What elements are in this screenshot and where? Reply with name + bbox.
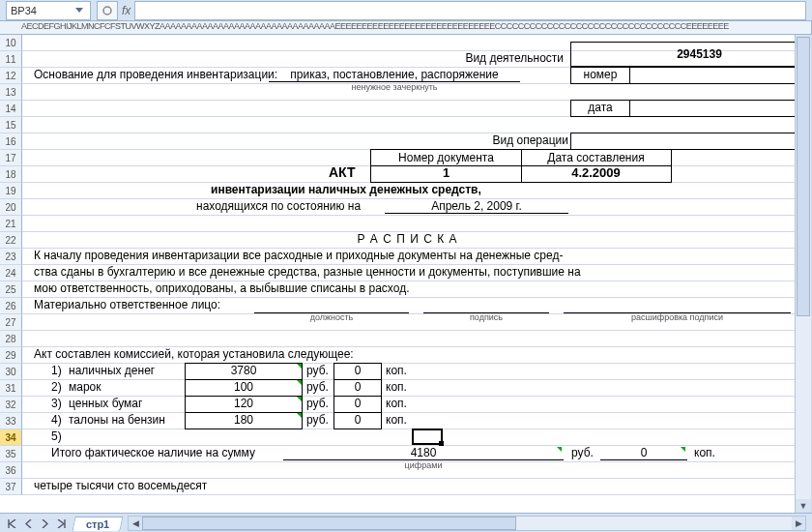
row-header[interactable]: 29 <box>0 347 22 364</box>
row-header[interactable]: 14 <box>0 101 22 117</box>
row-header[interactable]: 31 <box>0 380 22 397</box>
name-box-dropdown-icon[interactable] <box>72 4 86 17</box>
basis-label: Основание для проведения инвентаризации: <box>34 68 277 81</box>
column-header-row[interactable]: AECDEFGHIJKLMNCFCFSTUVWXYZAAAAAAAAAAAAAA… <box>0 21 812 35</box>
total-kop: 0 <box>600 446 687 460</box>
receipt-title: Р А С П И С К А <box>22 232 793 246</box>
optype-label: Вид операции <box>472 133 568 147</box>
commission-intro: Акт составлен комиссией, которая установ… <box>34 347 354 361</box>
total-label: Итого фактическое наличие на сумму <box>51 446 255 459</box>
name-box[interactable]: BP34 <box>6 1 91 20</box>
row-header[interactable]: 30 <box>0 364 22 380</box>
docdate-value: 4.2.2009 <box>521 165 672 183</box>
row-header[interactable]: 33 <box>0 413 22 429</box>
row-header[interactable]: 20 <box>0 199 22 216</box>
hscroll-thumb[interactable] <box>142 517 516 530</box>
item-rub: 180 <box>185 412 303 429</box>
item-rub: 3780 <box>185 363 303 380</box>
item-kop: 0 <box>334 412 382 429</box>
name-box-text: BP34 <box>11 5 37 16</box>
paragraph-line: К началу проведения инвентаризации все р… <box>34 249 563 262</box>
item-kop: 0 <box>334 396 382 413</box>
row-header[interactable]: 26 <box>0 298 22 314</box>
row-header[interactable]: 27 <box>0 314 22 331</box>
title-line2: находящихся по состоянию на <box>196 199 361 213</box>
row-header[interactable]: 17 <box>0 150 22 166</box>
scroll-left-icon[interactable]: ◀ <box>129 517 142 530</box>
row-header[interactable]: 18 <box>0 166 22 183</box>
item-rub: 120 <box>185 396 303 413</box>
row-header[interactable]: 22 <box>0 232 22 249</box>
tab-nav-next-icon[interactable] <box>37 516 52 531</box>
item-name: ценных бумаг <box>69 397 142 410</box>
tab-nav-first-icon[interactable] <box>4 516 19 531</box>
row-header[interactable]: 34 <box>0 429 22 446</box>
row-header[interactable]: 28 <box>0 331 22 347</box>
activity-value: 2945139 <box>570 42 812 67</box>
docnum-label: Номер документа <box>370 149 522 166</box>
scroll-right-icon[interactable]: ▶ <box>792 517 805 530</box>
basis-note: ненужное зачеркнуть <box>269 82 520 92</box>
paragraph-line: ства сданы в бухгалтерию и все денежные … <box>34 265 581 279</box>
row-header[interactable]: 35 <box>0 446 22 462</box>
docnum-value: 1 <box>370 165 522 183</box>
basis-value: приказ, постановление, распоряжение <box>269 68 520 82</box>
row-header[interactable]: 25 <box>0 281 22 298</box>
total-rub: 4180 <box>283 446 564 460</box>
item-name: талоны на бензин <box>69 413 165 427</box>
as-of-date: Апрель 2, 2009 г. <box>385 199 568 214</box>
fx-icon[interactable]: fx <box>122 4 130 17</box>
activity-label: Вид деятельности <box>419 51 567 67</box>
worksheet-grid[interactable]: 1011Вид деятельности294513912Основание д… <box>0 35 812 513</box>
row-header[interactable]: 32 <box>0 397 22 413</box>
cancel-formula-button[interactable] <box>97 1 118 20</box>
act-title: АКТ <box>329 164 356 180</box>
optype-value <box>570 133 812 150</box>
title-line1: инвентаризации наличных денежных средств… <box>211 183 481 196</box>
vertical-scrollbar[interactable]: ▲ ▼ <box>795 35 811 513</box>
row-header[interactable]: 12 <box>0 68 22 84</box>
item-rub: 100 <box>185 379 303 397</box>
sheet-tab[interactable]: стр1 <box>72 517 124 531</box>
row-header[interactable]: 37 <box>0 479 22 495</box>
row-header[interactable]: 19 <box>0 183 22 199</box>
row-header[interactable]: 15 <box>0 117 22 133</box>
tab-nav-last-icon[interactable] <box>53 516 69 531</box>
selected-cell[interactable] <box>412 429 443 445</box>
date-label: дата <box>570 100 630 117</box>
item-kop: 0 <box>334 379 382 397</box>
row-header[interactable]: 21 <box>0 216 22 232</box>
item-name: марок <box>69 380 102 394</box>
row-header[interactable]: 24 <box>0 265 22 281</box>
row-header[interactable]: 16 <box>0 133 22 150</box>
paragraph-line: мою ответственность, оприходованы, а выб… <box>34 281 409 295</box>
tab-nav-prev-icon[interactable] <box>20 516 36 531</box>
number-label: номер <box>570 67 630 84</box>
vscroll-thumb[interactable] <box>797 37 810 316</box>
row-header[interactable]: 13 <box>0 84 22 101</box>
horizontal-scrollbar[interactable]: ◀ ▶ <box>128 516 806 531</box>
docdate-label: Дата составления <box>521 149 672 166</box>
formula-bar-input[interactable] <box>134 1 806 20</box>
row-header[interactable]: 11 <box>0 51 22 68</box>
row-header[interactable]: 36 <box>0 462 22 479</box>
item-kop: 0 <box>334 363 382 380</box>
row-header[interactable]: 10 <box>0 35 22 51</box>
item-name: наличных денег <box>69 364 155 377</box>
responsible-label: Материально ответственное лицо: <box>34 298 220 311</box>
svg-point-0 <box>103 7 111 15</box>
total-words: четыре тысячи сто восемьдесят <box>34 479 207 492</box>
row-header[interactable]: 23 <box>0 249 22 265</box>
scroll-down-icon[interactable]: ▼ <box>796 499 811 513</box>
